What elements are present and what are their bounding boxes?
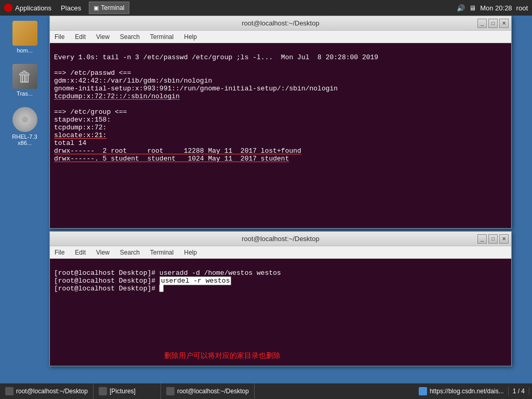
terminal-window-2: root@localhost:~/Desktop _ □ ✕ File Edit… (49, 231, 512, 366)
bottom-right-tasks: https://blog.csdn.net/dais... 1 / 4 (415, 387, 532, 395)
places-menu[interactable]: Places (56, 0, 86, 16)
content-drwx1: drwx------ 2 root root 12288 May 11 2017… (54, 147, 301, 155)
menu-search-1[interactable]: Search (118, 32, 142, 42)
desktop-icons: hom... 🗑 Tras... RHEL-7.3 x86... (0, 16, 49, 151)
desktop: hom... 🗑 Tras... RHEL-7.3 x86... root@lo… (0, 16, 532, 383)
terminal2-line2-prompt: [root@localhost Desktop]# (54, 277, 159, 285)
top-right-area: 🔊 🖥 Mon 20:28 root (457, 4, 532, 12)
user-display: root (516, 4, 528, 12)
taskbar-item-desktop2[interactable]: root@localhost:~/Desktop (161, 383, 255, 399)
volume-icon[interactable]: 🔊 (457, 4, 465, 12)
taskbar-icon-1 (5, 387, 14, 395)
close-btn-1[interactable]: ✕ (499, 19, 509, 28)
menu-view-2[interactable]: View (94, 248, 112, 257)
minimize-btn-1[interactable]: _ (477, 19, 487, 28)
home-folder-icon[interactable]: hom... (4, 21, 46, 54)
content-total: total 14 (54, 139, 86, 147)
menu-help-2[interactable]: Help (182, 248, 199, 257)
content-tcpdump2: tcpdump:x:72: (54, 124, 107, 131)
terminal-window-1: root@localhost:~/Desktop _ □ ✕ File Edit… (49, 16, 512, 229)
window-menubar-1: File Edit View Search Terminal Help (50, 31, 511, 43)
content-slocate: slocate:x:21: (54, 131, 107, 139)
redhat-icon (4, 4, 12, 12)
content-section2: ==> /etc/group <== (54, 108, 127, 116)
menu-terminal-2[interactable]: Terminal (148, 248, 176, 257)
terminal2-line3: [root@localhost Desktop]# (54, 285, 159, 292)
menu-edit-1[interactable]: Edit (73, 32, 88, 42)
menu-file-1[interactable]: File (52, 32, 66, 42)
terminal-taskbar-btn[interactable]: ▣ Terminal (89, 2, 129, 14)
time-display: Mon 20:28 (480, 4, 512, 12)
bottom-taskbar: root@localhost:~/Desktop [Pictures] root… (0, 383, 532, 399)
content-line1: Every 1.0s: tail -n 3 /etc/passwd /etc/g… (54, 54, 378, 61)
window-controls-2: _ □ ✕ (477, 234, 509, 244)
terminal-content-1[interactable]: Every 1.0s: tail -n 3 /etc/passwd /etc/g… (50, 43, 511, 228)
taskbar-icon-2 (99, 387, 107, 395)
maximize-btn-2[interactable]: □ (488, 234, 498, 244)
display-icon[interactable]: 🖥 (469, 4, 476, 12)
dvd-icon-desktop[interactable]: RHEL-7.3 x86... (4, 107, 46, 146)
menu-search-2[interactable]: Search (118, 248, 142, 257)
dvd-image (12, 107, 37, 132)
window-title-2: root@localhost:~/Desktop (242, 235, 319, 243)
terminal-content-2[interactable]: [root@localhost Desktop]# useradd -d /ho… (50, 259, 511, 366)
content-tcp: tcpdump:x:72:72::/:sbin/nologin (54, 92, 180, 100)
maximize-btn-1[interactable]: □ (488, 19, 498, 28)
content-section1: ==> /etc/passwd <== (54, 69, 131, 77)
window-titlebar-2: root@localhost:~/Desktop _ □ ✕ (50, 232, 511, 246)
content-drwx2: drwx------. 5 student student 1024 May 1… (54, 155, 289, 163)
trash-icon-desktop[interactable]: 🗑 Tras... (4, 64, 46, 97)
menu-file-2[interactable]: File (52, 248, 66, 257)
window-menubar-2: File Edit View Search Terminal Help (50, 246, 511, 259)
applications-menu[interactable]: Applications (0, 0, 56, 16)
terminal2-highlight-cmd: userdel -r westos (159, 276, 232, 285)
content-gnome: gnome-initial-setup:x:993:991::/run/gnom… (54, 85, 338, 92)
taskbar-icon-3 (166, 387, 175, 395)
window-titlebar-1: root@localhost:~/Desktop _ □ ✕ (50, 16, 511, 31)
taskbar-item-desktop1[interactable]: root@localhost:~/Desktop (0, 383, 94, 399)
taskbar-page-info: 1 / 4 (509, 388, 529, 395)
menu-view-1[interactable]: View (94, 32, 112, 42)
menu-help-1[interactable]: Help (182, 32, 199, 42)
applications-label: Applications (15, 4, 51, 12)
close-btn-2[interactable]: ✕ (499, 234, 509, 244)
content-stapdev: stapdev:x:158: (54, 116, 111, 124)
trash-image: 🗑 (12, 64, 37, 89)
annotation-text: 删除用户可以将对应的家目录也删除 (164, 351, 281, 361)
window-title-1: root@localhost:~/Desktop (242, 19, 319, 27)
terminal-icon: ▣ (94, 5, 99, 11)
window-controls-1: _ □ ✕ (477, 19, 509, 28)
menu-terminal-1[interactable]: Terminal (148, 32, 176, 42)
terminal2-line1: [root@localhost Desktop]# useradd -d /ho… (54, 269, 281, 277)
taskbar-item-pictures[interactable]: [Pictures] (94, 383, 161, 399)
folder-image (12, 21, 37, 46)
taskbar-item-browser[interactable]: https://blog.csdn.net/dais... (415, 387, 509, 395)
top-taskbar: Applications Places ▣ Terminal 🔊 🖥 Mon 2… (0, 0, 532, 16)
minimize-btn-2[interactable]: _ (477, 234, 487, 244)
content-gdm: gdm:x:42:42::/var/lib/gdm:/sbin/nologin (54, 77, 212, 85)
taskbar-icon-4 (419, 387, 427, 395)
menu-edit-2[interactable]: Edit (73, 248, 88, 257)
